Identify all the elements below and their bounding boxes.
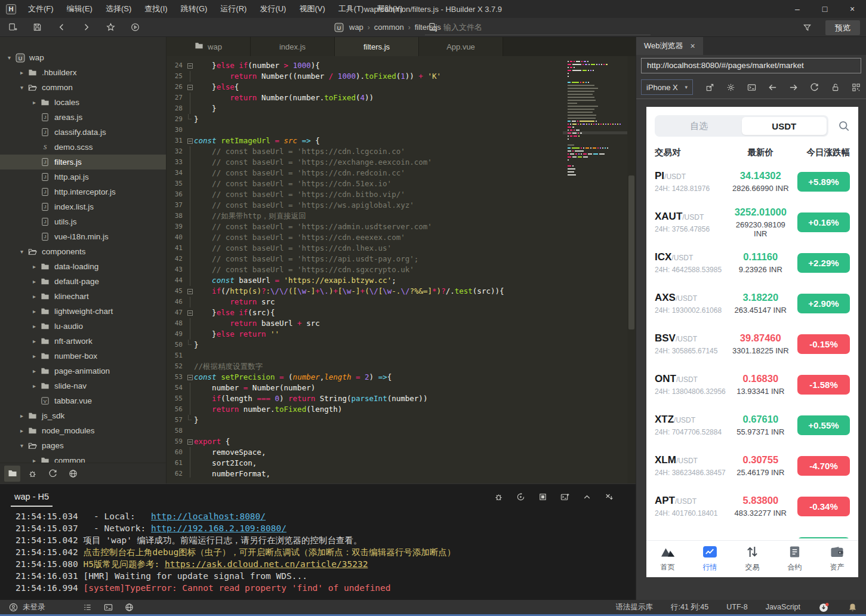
debug-bug-icon[interactable] [24, 466, 41, 482]
market-row-XTZ[interactable]: XTZ/USDT24H: 7047706.528840.6761055.9737… [646, 405, 858, 445]
tree-item-classify.data.js[interactable]: Jclassify.data.js [0, 125, 166, 140]
code-area[interactable]: 24 }else if(number > 1000){25 return Num… [167, 56, 627, 478]
line-number[interactable]: 28 [167, 103, 186, 114]
line-number[interactable]: 26 [167, 82, 186, 93]
line-number[interactable]: 31 [167, 135, 186, 146]
line-number[interactable]: 43 [167, 264, 186, 275]
status-item-1[interactable]: 行:41 列:45 [671, 602, 708, 612]
line-number[interactable]: 39 [167, 221, 186, 232]
chevron-right-icon[interactable]: ▸ [17, 427, 26, 434]
explorer-folder-icon[interactable] [4, 466, 20, 482]
clear-icon[interactable] [602, 490, 615, 503]
refresh-icon[interactable] [809, 81, 819, 93]
chevron-right-icon[interactable]: ▸ [30, 278, 39, 285]
line-number[interactable]: 29 [167, 114, 186, 125]
tree-item-filters.js[interactable]: Jfilters.js [0, 155, 166, 170]
tree-item-data-loading[interactable]: ▸data-loading [0, 259, 166, 274]
share-globe-icon[interactable] [65, 466, 81, 482]
collapse-icon[interactable] [580, 490, 593, 503]
chevron-right-icon[interactable]: ▸ [30, 308, 39, 315]
market-row-ONT[interactable]: ONT/USDT24H: 13804806.329560.1683013.933… [646, 364, 858, 405]
breadcrumb-item-wap[interactable]: wap [349, 23, 363, 32]
editor-tab-wap[interactable]: wap [167, 37, 251, 56]
chevron-right-icon[interactable]: ▸ [30, 457, 39, 463]
line-number[interactable]: 24 [167, 60, 186, 71]
market-row-AXS[interactable]: AXS/USDT24H: 1930002.610683.18220263.451… [646, 283, 858, 324]
tree-item-demo.scss[interactable]: Sdemo.scss [0, 140, 166, 155]
line-number[interactable]: 46 [167, 297, 186, 307]
line-number[interactable]: 56 [167, 404, 186, 415]
tree-item-klinechart[interactable]: ▸klinechart [0, 289, 166, 304]
minimize-button[interactable]: – [784, 0, 811, 18]
line-number[interactable]: 44 [167, 275, 186, 286]
new-file-icon[interactable] [4, 19, 21, 35]
close-button[interactable]: × [839, 0, 866, 18]
tree-item-components[interactable]: ▾components [0, 244, 166, 259]
tree-item-default-page[interactable]: ▸default-page [0, 274, 166, 289]
line-number[interactable]: 35 [167, 178, 186, 189]
search-icon[interactable] [828, 120, 850, 132]
browser-tab-close-icon[interactable]: × [691, 41, 695, 51]
apptab-交易[interactable]: 交易 [731, 541, 773, 577]
tree-item-node_modules[interactable]: ▸node_modules [0, 423, 166, 438]
chevron-down-icon[interactable]: ▾ [17, 248, 26, 255]
line-number[interactable]: 55 [167, 393, 186, 404]
line-number[interactable]: 61 [167, 458, 186, 469]
status-item-0[interactable]: 语法提示库 [615, 602, 653, 612]
maximize-button[interactable]: □ [811, 0, 839, 18]
tree-item-vue-i18n.min.js[interactable]: Jvue-i18n.min.js [0, 229, 166, 244]
column-change[interactable]: 今日涨跌幅 [793, 147, 850, 158]
line-number[interactable]: 36 [167, 189, 186, 200]
device-select[interactable]: iPhone X ▾ [641, 79, 693, 95]
log-link[interactable]: http://localhost:8080/ [151, 512, 266, 521]
menu-item-5[interactable]: 运行(R) [214, 0, 253, 18]
line-number[interactable]: 59 [167, 436, 186, 447]
chevron-down-icon[interactable]: ▾ [5, 54, 14, 61]
fold-marker-icon[interactable] [186, 135, 194, 146]
forward-arrow-icon[interactable] [788, 81, 799, 93]
tree-item-nft-artwork[interactable]: ▸nft-artwork [0, 334, 166, 349]
market-row-BSV[interactable]: BSV/USDT24H: 305865.6714539.874603301.18… [646, 324, 858, 364]
chevron-right-icon[interactable]: ▸ [30, 263, 39, 270]
editor-tab-App.vue[interactable]: App.vue [419, 37, 503, 56]
line-number[interactable]: 62 [167, 469, 186, 478]
editor-tab-index.js[interactable]: index.js [251, 37, 335, 56]
stop-icon[interactable] [536, 490, 549, 503]
terminal-icon[interactable] [103, 602, 114, 612]
forward-icon[interactable] [77, 19, 95, 35]
line-number[interactable]: 27 [167, 93, 186, 103]
market-row-APT[interactable]: APT/USDT24H: 401760.184015.83800483.3227… [646, 486, 858, 526]
browser-tab[interactable]: Web浏览器 × [636, 37, 703, 55]
tree-item-areas.js[interactable]: Jareas.js [0, 110, 166, 125]
chevron-right-icon[interactable]: ▸ [30, 383, 39, 389]
menu-item-1[interactable]: 编辑(E) [60, 0, 99, 18]
chevron-right-icon[interactable]: ▸ [30, 323, 39, 329]
line-number[interactable]: 57 [167, 415, 186, 426]
tree-item-http.api.js[interactable]: Jhttp.api.js [0, 170, 166, 184]
qr-code-icon[interactable] [850, 81, 861, 93]
tree-item-lu-audio[interactable]: ▸lu-audio [0, 319, 166, 334]
filter-funnel-icon[interactable] [798, 20, 816, 36]
minimap[interactable] [568, 61, 625, 177]
status-item-3[interactable]: JavaScript [766, 603, 800, 611]
line-number[interactable]: 41 [167, 243, 186, 254]
restart-icon[interactable] [514, 490, 527, 503]
update-download-icon[interactable] [818, 602, 829, 612]
line-number[interactable]: 45 [167, 286, 186, 297]
chevron-right-icon[interactable]: ▸ [17, 412, 26, 419]
scrollbar-thumb[interactable] [628, 175, 634, 329]
outline-icon[interactable] [82, 602, 93, 612]
line-number[interactable]: 37 [167, 200, 186, 211]
chevron-right-icon[interactable]: ▸ [30, 99, 39, 106]
terminal-icon[interactable] [746, 81, 757, 93]
new-terminal-icon[interactable] [558, 490, 571, 503]
tree-item-common[interactable]: ▾common [0, 80, 166, 95]
apptab-资产[interactable]: 资产 [816, 541, 858, 577]
line-number[interactable]: 60 [167, 447, 186, 458]
line-number[interactable]: 52 [167, 361, 186, 372]
segment-USDT[interactable]: USDT [742, 117, 827, 135]
chevron-right-icon[interactable]: ▸ [30, 353, 39, 359]
apptab-行情[interactable]: 行情 [689, 541, 731, 577]
line-number[interactable]: 58 [167, 426, 186, 436]
segment-自选[interactable]: 自选 [657, 117, 742, 135]
